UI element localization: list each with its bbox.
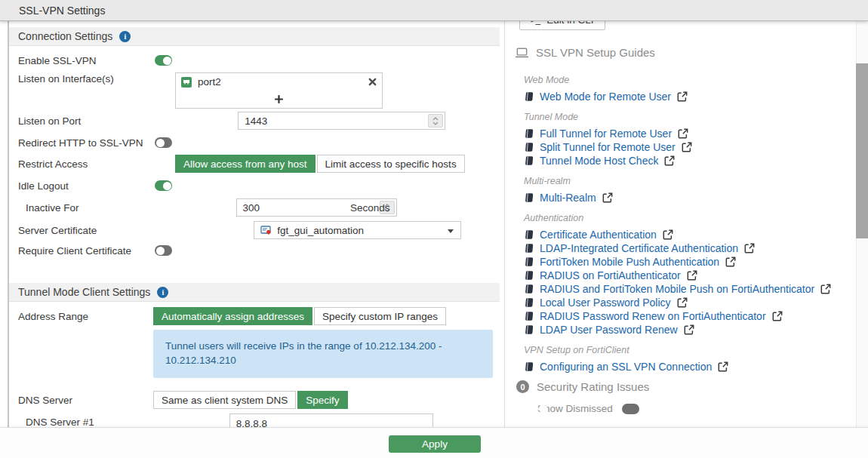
guide-row: Split Tunnel for Remote User — [513, 140, 860, 154]
info-icon[interactable]: i — [119, 31, 131, 42]
guide-link[interactable]: Certificate Authentication — [540, 229, 657, 241]
require-client-cert-toggle[interactable] — [155, 245, 172, 256]
listen-port-input[interactable]: 1443 — [238, 112, 445, 130]
guide-link[interactable]: LDAP-Integrated Certificate Authenticati… — [540, 242, 738, 254]
same-as-client-dns-option[interactable]: Same as client system DNS — [153, 391, 296, 409]
guide-link[interactable]: Configuring an SSL VPN Connection — [540, 361, 712, 373]
book-icon — [524, 324, 534, 335]
setup-guides-title: SSL VPN Setup Guides — [536, 46, 655, 59]
external-link-icon[interactable] — [687, 270, 697, 281]
auto-assign-option[interactable]: Automatically assign addresses — [153, 307, 312, 325]
external-link-icon[interactable] — [677, 91, 688, 102]
guide-row: LDAP-Integrated Certificate Authenticati… — [513, 241, 860, 255]
sidebar-divider — [504, 21, 505, 427]
external-link-icon[interactable] — [725, 257, 736, 267]
ip-range-info-text: Tunnel users will receive IPs in the ran… — [165, 340, 442, 366]
dropdown-caret-icon — [448, 229, 454, 233]
inactive-for-value: 300 — [243, 202, 260, 214]
restrict-access-segmented: Allow access from any host Limit access … — [175, 155, 465, 173]
add-interface-button[interactable] — [176, 91, 382, 108]
specify-dns-option[interactable]: Specify — [297, 391, 347, 409]
book-icon — [524, 155, 534, 166]
external-link-icon[interactable] — [820, 284, 831, 294]
guide-row: Web Mode for Remote User — [513, 90, 860, 103]
panel-left-border — [8, 21, 9, 427]
external-link-icon[interactable] — [682, 142, 692, 152]
show-dismissed-toggle[interactable] — [622, 404, 639, 414]
setup-guides-header: SSL VPN Setup Guides — [515, 46, 655, 59]
book-icon — [524, 284, 534, 294]
guide-row: Tunnel Mode Host Check — [513, 154, 860, 168]
interface-list-box: port2 — [175, 72, 383, 109]
require-client-cert-row: Require Client Certificate — [18, 241, 501, 260]
enable-ssl-vpn-toggle[interactable] — [155, 55, 172, 66]
ip-range-info-box: Tunnel users will receive IPs in the ran… — [153, 330, 493, 378]
server-certificate-label: Server Certificate — [18, 225, 97, 236]
setup-guides-list: Web Mode Web Mode for Remote — [513, 66, 860, 373]
guide-link[interactable]: RADIUS on FortiAuthenticator — [540, 269, 681, 281]
guide-link[interactable]: Local User Password Policy — [540, 297, 671, 309]
external-link-icon[interactable] — [664, 155, 675, 166]
guide-row: Authentication — [513, 211, 860, 225]
idle-logout-toggle[interactable] — [155, 180, 172, 191]
external-link-icon[interactable] — [678, 128, 688, 139]
restrict-access-row: Restrict Access Allow access from any ho… — [18, 155, 501, 173]
listen-port-label: Listen on Port — [18, 115, 81, 127]
guide-category-label: Tunnel Mode — [524, 112, 578, 122]
address-range-label: Address Range — [18, 311, 88, 322]
server-certificate-select[interactable]: fgt_gui_automation — [254, 221, 461, 239]
book-icon — [524, 91, 534, 102]
guide-link[interactable]: RADIUS Password Renew on FortiAuthentica… — [540, 310, 766, 322]
remove-interface-icon[interactable] — [368, 78, 377, 86]
guide-category-label: Multi-realm — [524, 176, 571, 186]
guide-link[interactable]: Tunnel Mode Host Check — [540, 155, 658, 167]
external-link-icon[interactable] — [772, 311, 783, 321]
book-icon — [524, 128, 534, 139]
dns-server-row: DNS Server Same as client system DNS Spe… — [18, 391, 501, 409]
address-range-row: Address Range Automatically assign addre… — [18, 307, 501, 325]
port-stepper[interactable] — [428, 114, 443, 128]
guide-row: Tunnel Mode — [513, 110, 860, 124]
info-icon[interactable]: i — [157, 287, 168, 298]
sidebar-scrollbar-thumb[interactable] — [856, 63, 868, 238]
guide-link[interactable]: FortiToken Mobile Push Authentication — [540, 256, 719, 268]
guide-link[interactable]: Web Mode for Remote User — [540, 91, 671, 103]
guide-link[interactable]: Multi-Realm — [540, 192, 596, 204]
external-link-icon[interactable] — [684, 324, 694, 335]
guide-link[interactable]: Full Tunnel for Remote User — [540, 128, 672, 140]
external-link-icon[interactable] — [602, 192, 613, 203]
book-icon — [524, 311, 534, 321]
laptop-icon — [515, 48, 529, 58]
window-titlebar: SSL-VPN Settings — [0, 0, 868, 21]
apply-button[interactable]: Apply — [389, 435, 481, 453]
external-link-icon[interactable] — [663, 229, 673, 240]
security-rating-label: Security Rating Issues — [537, 380, 649, 393]
page-title: SSL-VPN Settings — [19, 5, 105, 17]
external-link-icon[interactable] — [744, 243, 755, 254]
connection-settings-header: Connection Settings i — [9, 27, 500, 46]
external-link-icon[interactable] — [677, 297, 688, 308]
dns-server-label: DNS Server — [18, 395, 72, 406]
redirect-http-row: Redirect HTTP to SSL-VPN — [18, 134, 501, 152]
external-link-icon[interactable] — [718, 361, 728, 372]
tunnel-mode-settings-header: Tunnel Mode Client Settings i — [9, 283, 500, 302]
allow-any-host-option[interactable]: Allow access from any host — [175, 155, 315, 173]
inactive-for-label: Inactive For — [18, 202, 79, 214]
guide-row: Multi-realm — [513, 174, 860, 188]
guide-row: Configuring an SSL VPN Connection — [513, 360, 860, 373]
guide-link[interactable]: RADIUS and FortiToken Mobile Push on For… — [540, 283, 814, 295]
redirect-http-toggle[interactable] — [155, 137, 172, 148]
guide-link[interactable]: Split Tunnel for Remote User — [540, 141, 676, 153]
custom-ranges-option[interactable]: Specify custom IP ranges — [314, 307, 446, 325]
security-rating-count-badge: 0 — [516, 380, 529, 393]
restrict-access-label: Restrict Access — [18, 158, 88, 170]
enable-ssl-vpn-label: Enable SSL-VPN — [18, 55, 97, 66]
server-certificate-row: Server Certificate fgt_gui_automation — [18, 221, 501, 239]
listen-port-value: 1443 — [245, 115, 267, 127]
idle-logout-row: Idle Logout — [18, 177, 501, 195]
guide-link[interactable]: LDAP User Password Renew — [540, 324, 678, 336]
show-dismissed-row: Show Dismissed — [537, 403, 639, 414]
require-client-cert-label: Require Client Certificate — [18, 245, 131, 257]
guide-row: FortiToken Mobile Push Authentication — [513, 255, 860, 269]
limit-hosts-option[interactable]: Limit access to specific hosts — [317, 155, 465, 173]
